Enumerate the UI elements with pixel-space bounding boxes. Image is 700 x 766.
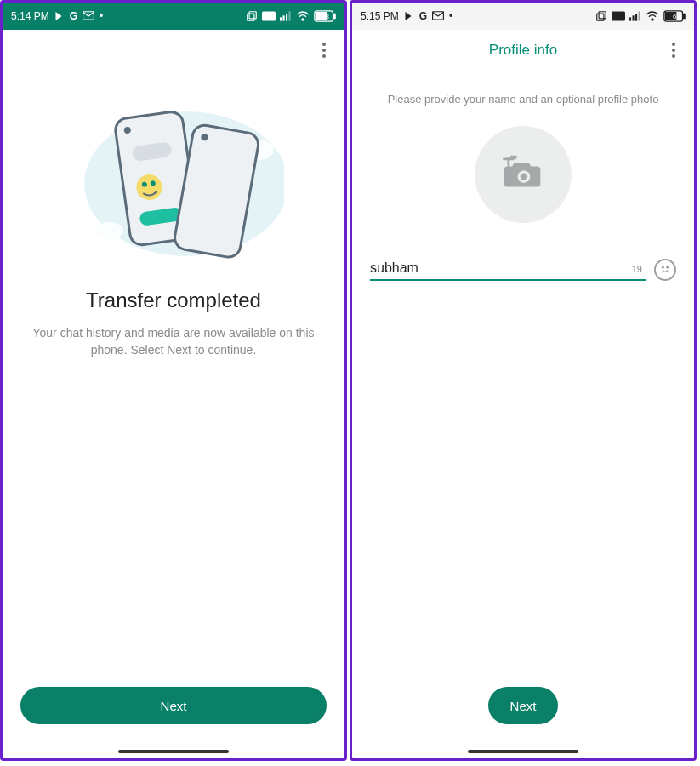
gmail-icon: [83, 11, 94, 21]
google-icon: G: [70, 10, 77, 22]
multi-window-icon: [595, 10, 607, 22]
lte-badge-icon: [262, 11, 276, 21]
svg-rect-26: [597, 14, 604, 20]
status-time: 5:15 PM: [361, 10, 399, 22]
google-icon: G: [419, 10, 427, 22]
status-time: 5:14 PM: [11, 10, 49, 22]
svg-rect-25: [599, 12, 606, 19]
profile-photo-picker[interactable]: [475, 126, 572, 223]
play-store-icon: [54, 11, 65, 21]
svg-point-32: [652, 19, 653, 20]
signal-icon: [629, 11, 641, 21]
transfer-illustration: [63, 103, 284, 265]
svg-rect-4: [280, 17, 282, 20]
lte-badge-icon: [612, 11, 625, 21]
main-content: Please provide your name and an optional…: [352, 71, 694, 758]
svg-point-39: [521, 173, 527, 180]
svg-rect-3: [262, 11, 276, 20]
notification-dot: •: [449, 11, 452, 21]
screen-transfer-completed: 5:14 PM G • 63: [0, 0, 347, 761]
svg-rect-10: [333, 14, 335, 18]
multi-window-icon: [246, 10, 258, 22]
emoji-picker-button[interactable]: [654, 259, 676, 281]
wifi-icon: [646, 11, 659, 21]
name-input[interactable]: [370, 260, 627, 276]
svg-rect-34: [683, 14, 685, 18]
name-input-row: 19: [370, 259, 676, 281]
svg-rect-30: [635, 14, 637, 20]
more-options-button[interactable]: [312, 38, 336, 62]
page-subtext: Your chat history and media are now avai…: [29, 324, 318, 359]
home-indicator[interactable]: [468, 750, 578, 753]
char-remaining: 19: [627, 264, 646, 274]
svg-rect-37: [503, 157, 515, 160]
svg-rect-29: [633, 15, 635, 20]
app-bar: [3, 30, 344, 60]
more-options-button[interactable]: [662, 38, 686, 62]
svg-rect-5: [283, 15, 285, 20]
add-photo-icon: [503, 154, 543, 195]
svg-rect-31: [639, 11, 640, 20]
svg-rect-27: [612, 11, 625, 20]
status-bar: 5:14 PM G • 63: [3, 3, 344, 30]
main-content: Transfer completed Your chat history and…: [3, 60, 344, 758]
svg-point-14: [96, 222, 123, 239]
signal-icon: [280, 11, 292, 21]
gmail-icon: [432, 11, 444, 21]
play-store-icon: [404, 11, 414, 21]
emoji-icon: [658, 262, 672, 278]
next-button[interactable]: Next: [488, 687, 558, 724]
wifi-icon: [296, 11, 310, 21]
svg-rect-6: [286, 14, 287, 20]
status-bar: 5:15 PM G • 63: [352, 3, 694, 30]
svg-point-8: [302, 19, 304, 20]
home-indicator[interactable]: [118, 750, 229, 753]
app-bar: Profile info: [352, 30, 694, 71]
svg-rect-1: [249, 12, 256, 19]
battery-icon: 63: [314, 10, 336, 22]
page-title: Transfer completed: [86, 289, 261, 312]
notification-dot: •: [100, 11, 103, 21]
instruction-text: Please provide your name and an optional…: [388, 93, 659, 106]
svg-rect-28: [629, 17, 631, 20]
battery-icon: 63: [663, 10, 686, 22]
screen-title: Profile info: [489, 42, 557, 59]
svg-rect-7: [289, 11, 291, 20]
svg-rect-2: [248, 14, 254, 20]
svg-point-40: [662, 266, 663, 268]
svg-point-41: [667, 266, 669, 268]
name-field-wrap: 19: [370, 260, 646, 281]
next-button[interactable]: Next: [20, 687, 327, 724]
screen-profile-info: 5:15 PM G • 63: [350, 0, 697, 761]
